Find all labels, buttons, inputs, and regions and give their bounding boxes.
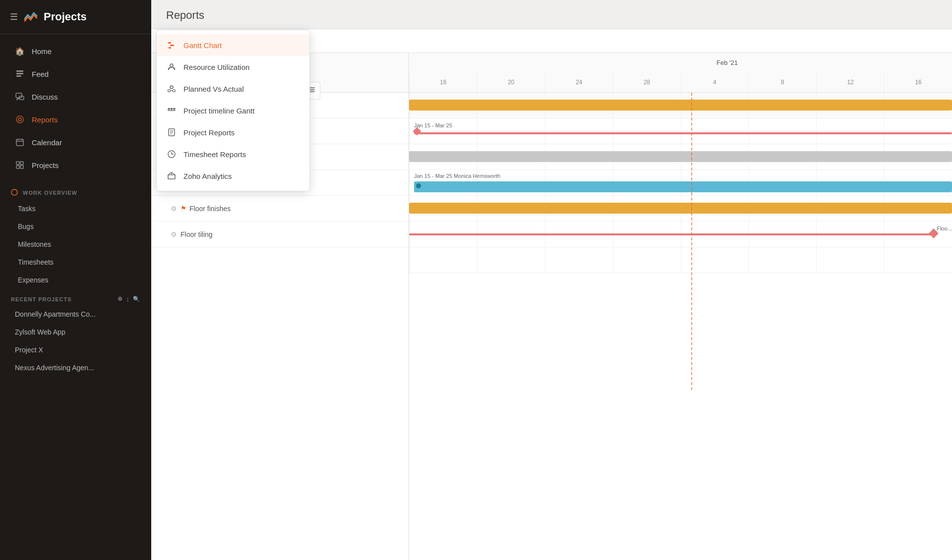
gantt-grid-cell (681, 118, 749, 144)
dropdown-item-timeline[interactable]: Project timeline Gantt (157, 100, 309, 121)
svg-rect-23 (170, 45, 174, 46)
gantt-assignee-label: Jan 15 - Mar 25 Monica Hemsworth (414, 173, 500, 179)
view-dropdown: Gantt Chart Resource Utilization (156, 30, 310, 191)
dropdown-item-resource[interactable]: Resource Utilization (157, 56, 309, 78)
gantt-grid-cell (816, 118, 884, 144)
dropdown-item-timesheet[interactable]: Timesheet Reports (157, 143, 309, 165)
sidebar-sub-bugs[interactable]: Bugs (0, 218, 151, 235)
gantt-bar-orange (409, 100, 952, 111)
date-cell: 12 (816, 72, 884, 92)
sidebar-item-calendar-label: Calendar (32, 138, 62, 147)
gantt-bar-red (414, 132, 952, 134)
gantt-header: Feb '21 16 20 24 28 4 8 12 16 (409, 53, 952, 93)
svg-rect-0 (16, 70, 23, 72)
zoho-icon (167, 171, 177, 181)
gantt-grid-cell (884, 247, 952, 273)
gantt-grid-row (409, 144, 952, 170)
recent-projects-section: RECENT PROJECTS ⚙ | 🔍 (0, 289, 151, 305)
work-overview-section: WORK OVERVIEW (0, 182, 151, 200)
recent-project-zylsoft[interactable]: Zylsoft Web App (0, 323, 151, 341)
sidebar-item-feed[interactable]: Feed (4, 63, 147, 85)
dropdown-item-zoho[interactable]: Zoho Analytics (157, 165, 309, 187)
gantt-grid-cell (545, 118, 613, 144)
gantt-icon (167, 40, 177, 50)
work-overview-icon (11, 189, 18, 197)
sidebar-item-calendar[interactable]: Calendar (4, 131, 147, 153)
sidebar-item-home[interactable]: 🏠 Home (4, 40, 147, 62)
table-row[interactable]: ⊙ Floor tiling (151, 222, 409, 247)
gantt-grid-cell (545, 247, 613, 273)
sidebar-item-home-label: Home (32, 47, 52, 56)
svg-point-30 (170, 86, 173, 89)
gantt-assignee-dot (416, 183, 421, 188)
gantt-bar-blue (414, 181, 952, 192)
gantt-grid-row: Jan 15 - Mar 25 Monica Hemsworth (409, 170, 952, 196)
expand-icon: ⊙ (171, 205, 177, 212)
svg-rect-36 (171, 108, 173, 110)
main-content: Reports Gantt Chart ▾ › My Open ▾ ☆ | ↻ (151, 0, 952, 560)
dropdown-gantt-label: Gantt Chart (183, 41, 222, 50)
search-icon[interactable]: 🔍 (133, 296, 140, 302)
date-cell: 16 (409, 72, 477, 92)
svg-rect-14 (20, 166, 23, 168)
sidebar-sub-expenses[interactable]: Expenses (0, 271, 151, 289)
sidebar-header: ☰ Projects (0, 0, 151, 34)
gantt-grid-cell (748, 118, 816, 144)
topbar: Reports (151, 0, 952, 29)
sidebar-sub-tasks[interactable]: Tasks (0, 200, 151, 218)
svg-point-31 (168, 90, 171, 92)
task-flag-icon: ⚑ (180, 205, 186, 212)
recent-project-projectx[interactable]: Project X (0, 341, 151, 359)
sidebar-item-discuss[interactable]: Discuss (4, 86, 147, 108)
resource-icon (167, 62, 177, 72)
recent-project-nexus[interactable]: Nexus Advertising Agen... (0, 359, 151, 377)
timesheet-icon (167, 149, 177, 159)
dropdown-item-project-reports[interactable]: Project Reports (157, 121, 309, 143)
dropdown-item-gantt[interactable]: Gantt Chart (157, 34, 309, 56)
task-label: Floor finishes (189, 205, 231, 213)
svg-rect-37 (173, 108, 175, 110)
reports-icon (15, 114, 25, 124)
svg-point-32 (173, 90, 176, 92)
svg-rect-13 (16, 166, 19, 168)
date-cell: 4 (681, 72, 749, 92)
date-cell: 16 (884, 72, 952, 92)
date-cell: 24 (545, 72, 613, 92)
sidebar: ☰ Projects 🏠 Home Feed Discuss (0, 0, 151, 560)
dropdown-planned-label: Planned Vs Actual (183, 85, 244, 93)
svg-rect-7 (16, 139, 23, 146)
hamburger-icon[interactable]: ☰ (10, 11, 18, 22)
sidebar-item-projects[interactable]: Projects (4, 154, 147, 176)
date-cell: 8 (748, 72, 816, 92)
date-cell: 28 (613, 72, 681, 92)
svg-point-5 (16, 116, 23, 123)
month-label: Feb '21 (716, 59, 738, 66)
svg-point-6 (18, 118, 21, 121)
home-icon: 🏠 (15, 46, 25, 56)
settings-icon[interactable]: ⚙ (118, 296, 123, 302)
gantt-grid-cell (748, 247, 816, 273)
recent-project-donnelly[interactable]: Donnelly Apartments Co... (0, 305, 151, 323)
svg-rect-22 (168, 42, 171, 44)
svg-rect-11 (16, 162, 19, 165)
dropdown-item-planned[interactable]: Planned Vs Actual (157, 78, 309, 100)
gantt-bar-gray (409, 151, 952, 162)
sidebar-item-feed-label: Feed (32, 70, 49, 78)
dropdown-zoho-label: Zoho Analytics (183, 172, 232, 180)
app-logo (23, 9, 39, 25)
sidebar-sub-milestones[interactable]: Milestones (0, 235, 151, 253)
sidebar-sub-timesheets[interactable]: Timesheets (0, 253, 151, 271)
recent-projects-icons: ⚙ | 🔍 (118, 296, 140, 302)
work-overview-label: WORK OVERVIEW (23, 190, 77, 196)
dropdown-project-reports-label: Project Reports (183, 128, 235, 137)
gantt-grid-cell (409, 247, 477, 273)
table-row[interactable]: ⊙ ⚑ Floor finishes (151, 196, 409, 222)
divider: | (127, 296, 129, 302)
gantt-grid-row: Floo... (409, 222, 952, 247)
calendar-icon (15, 137, 25, 147)
sidebar-item-reports[interactable]: Reports (4, 109, 147, 130)
gantt-grid-cell (613, 118, 681, 144)
dropdown-resource-label: Resource Utilization (183, 63, 249, 71)
gantt-right-panel: Feb '21 16 20 24 28 4 8 12 16 (409, 53, 952, 560)
project-reports-icon (167, 127, 177, 137)
